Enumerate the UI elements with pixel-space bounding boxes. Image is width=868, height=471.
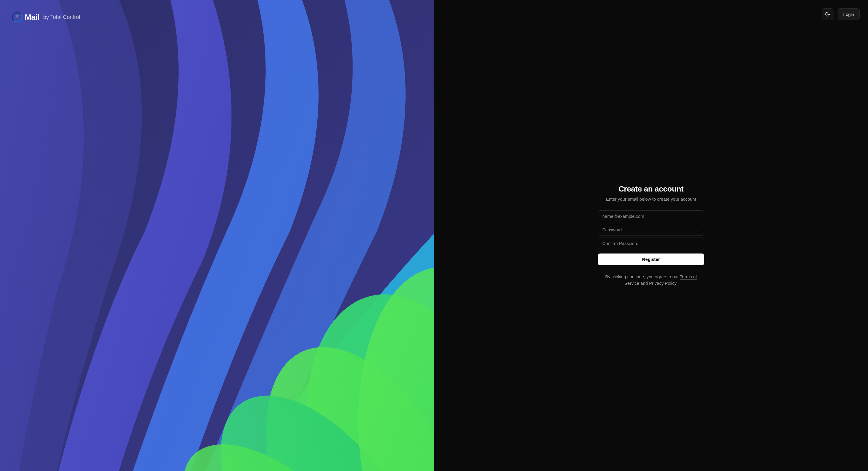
page-subheading: Enter your email below to create your ac… bbox=[598, 196, 704, 201]
registration-form: Register bbox=[598, 211, 704, 265]
login-button[interactable]: Login bbox=[838, 8, 860, 20]
legal-text: By clicking continue, you agree to our T… bbox=[598, 274, 704, 287]
brand: Mail by Total Control bbox=[12, 12, 80, 23]
brand-name: Mail bbox=[25, 13, 40, 22]
form-panel: Login Create an account Enter your email… bbox=[434, 0, 868, 471]
email-field[interactable] bbox=[598, 211, 704, 222]
privacy-link[interactable]: Privacy Policy bbox=[649, 281, 676, 286]
brand-logo-icon bbox=[12, 12, 23, 23]
legal-suffix: . bbox=[676, 281, 678, 286]
register-button[interactable]: Register bbox=[598, 253, 704, 265]
form-container: Create an account Enter your email below… bbox=[434, 0, 868, 471]
confirm-password-field[interactable] bbox=[598, 238, 704, 249]
legal-connector: and bbox=[639, 281, 649, 286]
page-heading: Create an account bbox=[598, 184, 704, 194]
password-field[interactable] bbox=[598, 224, 704, 236]
brand-byline: by Total Control bbox=[43, 14, 80, 20]
theme-toggle-button[interactable] bbox=[822, 8, 833, 20]
top-actions: Login bbox=[822, 8, 860, 20]
moon-icon bbox=[825, 11, 830, 17]
background-art bbox=[0, 0, 434, 471]
hero-panel: Mail by Total Control bbox=[0, 0, 434, 471]
legal-prefix: By clicking continue, you agree to our bbox=[605, 274, 680, 279]
